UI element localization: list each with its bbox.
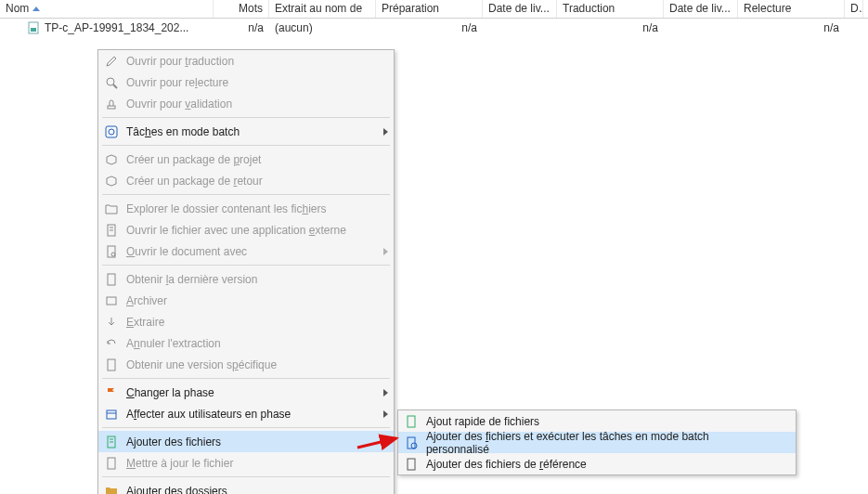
menu-batch-tasks[interactable]: Tâches en mode batch <box>98 121 394 142</box>
column-header: Nom Mots Extrait au nom de Préparation D… <box>0 0 868 19</box>
col-delivery2[interactable]: Date de liv... <box>664 0 738 18</box>
menu-add-files[interactable]: Ajouter des fichiers <box>98 431 394 452</box>
menu-extract[interactable]: Extraire <box>98 311 394 332</box>
menu-label: Obtenir la dernière version <box>126 273 257 286</box>
menu-separator <box>102 117 390 118</box>
chevron-right-icon <box>383 410 388 418</box>
menu-separator <box>102 265 390 266</box>
svg-point-2 <box>107 78 114 85</box>
menu-label: Ajouter des fichiers de référence <box>426 458 587 471</box>
menu-add-folders[interactable]: Ajouter des dossiers <box>98 480 394 494</box>
svg-rect-14 <box>108 359 115 370</box>
svg-rect-20 <box>108 458 115 469</box>
cell-translation: n/a <box>557 20 664 36</box>
menu-open-translation[interactable]: Ouvrir pour traduction <box>98 50 394 72</box>
cell-delivery2 <box>664 26 738 30</box>
magnifier-icon <box>102 75 121 90</box>
context-menu: Ouvrir pour traduction Ouvrir pour relec… <box>97 49 395 494</box>
menu-open-review[interactable]: Ouvrir pour relecture <box>98 72 394 93</box>
cell-preparation: n/a <box>376 20 483 36</box>
submenu-add-files: Ajout rapide de fichiers Ajouter des fic… <box>397 410 797 475</box>
menu-get-specific[interactable]: Obtenir une version spécifique <box>98 354 394 375</box>
quick-add-icon <box>402 414 421 429</box>
menu-separator <box>102 378 390 379</box>
menu-separator <box>102 427 390 428</box>
menu-label: Tâches en mode batch <box>126 125 240 138</box>
menu-label: Ouvrir pour relecture <box>126 76 228 89</box>
file-row[interactable]: TP-c_AP-19991_1834_202... n/a (aucun) n/… <box>0 19 868 37</box>
menu-explore-folder[interactable]: Explorer le dossier contenant les fichie… <box>98 198 394 219</box>
cell-filename: TP-c_AP-19991_1834_202... <box>0 20 214 36</box>
col-delivery1[interactable]: Date de liv... <box>483 0 557 18</box>
menu-label: Ouvrir pour validation <box>126 98 232 110</box>
menu-label: Obtenir une version spécifique <box>126 358 277 371</box>
menu-separator <box>102 194 390 195</box>
col-d[interactable]: D <box>845 0 863 18</box>
extract-icon <box>102 315 121 330</box>
file-batch-icon <box>402 436 421 450</box>
col-words[interactable]: Mots <box>214 0 269 18</box>
submenu-add-and-batch[interactable]: Ajouter des fichiers et exécuter les tâc… <box>398 432 796 453</box>
undo-extract-icon <box>102 336 121 351</box>
chevron-right-icon <box>383 128 388 136</box>
package-return-icon <box>102 174 121 188</box>
svg-rect-15 <box>107 410 116 419</box>
menu-open-validation[interactable]: Ouvrir pour validation <box>98 93 394 114</box>
batch-icon <box>102 124 121 139</box>
cell-words: n/a <box>214 20 269 36</box>
update-file-icon <box>102 456 121 471</box>
document-search-icon <box>102 244 121 259</box>
col-review[interactable]: Relecture <box>738 0 845 18</box>
menu-change-phase[interactable]: Changer la phase <box>98 382 394 403</box>
menu-separator <box>102 145 390 146</box>
chevron-right-icon <box>383 389 388 396</box>
menu-separator <box>102 476 390 477</box>
svg-rect-21 <box>408 416 415 427</box>
menu-label: Mettre à jour le fichier <box>126 457 233 470</box>
menu-open-with[interactable]: Ouvrir le document avec <box>98 240 394 262</box>
chevron-right-icon <box>383 438 388 446</box>
archive-icon <box>102 293 121 308</box>
svg-rect-5 <box>106 126 117 137</box>
menu-label: Ajouter des dossiers <box>126 485 227 495</box>
menu-label: Ouvrir le document avec <box>126 245 247 258</box>
filename-text: TP-c_AP-19991_1834_202... <box>45 21 188 34</box>
submenu-add-reference[interactable]: Ajouter des fichiers de référence <box>398 453 796 474</box>
menu-update-file[interactable]: Mettre à jour le fichier <box>98 452 394 474</box>
menu-label: Créer un package de projet <box>126 153 261 166</box>
menu-archive[interactable]: Archiver <box>98 290 394 311</box>
latest-version-icon <box>102 272 121 287</box>
menu-create-return-pkg[interactable]: Créer un package de retour <box>98 170 394 191</box>
menu-label: Ajouter des fichiers et exécuter les tâc… <box>426 430 773 456</box>
menu-label: Explorer le dossier contenant les fichie… <box>126 202 326 215</box>
file-reference-icon <box>402 457 421 472</box>
cell-review: n/a <box>738 20 845 36</box>
menu-label: Ouvrir le fichier avec une application e… <box>126 224 346 237</box>
col-translation[interactable]: Traduction <box>557 0 664 18</box>
menu-label: Ajout rapide de fichiers <box>426 415 539 428</box>
chevron-right-icon <box>383 248 388 255</box>
svg-line-3 <box>113 84 117 88</box>
menu-create-project-pkg[interactable]: Créer un package de projet <box>98 149 394 170</box>
folder-open-icon <box>102 202 121 216</box>
flag-icon <box>102 385 121 400</box>
menu-cancel-extract[interactable]: Annuler l'extraction <box>98 332 394 354</box>
file-icon <box>28 21 41 34</box>
col-preparation[interactable]: Préparation <box>376 0 483 18</box>
menu-label: Extraire <box>126 316 164 329</box>
menu-assign-phase[interactable]: Affecter aux utilisateurs en phase <box>98 403 394 424</box>
col-issued-to[interactable]: Extrait au nom de <box>269 0 376 18</box>
menu-get-latest[interactable]: Obtenir la dernière version <box>98 268 394 290</box>
svg-rect-4 <box>108 106 115 109</box>
menu-label: Affecter aux utilisateurs en phase <box>126 408 291 421</box>
svg-rect-24 <box>408 459 415 470</box>
document-icon <box>102 223 121 238</box>
menu-label: Annuler l'extraction <box>126 337 221 350</box>
folder-icon <box>102 484 121 495</box>
menu-open-external[interactable]: Ouvrir le fichier avec une application e… <box>98 219 394 240</box>
package-icon <box>102 152 121 167</box>
menu-label: Archiver <box>126 294 167 307</box>
svg-rect-13 <box>107 297 116 305</box>
svg-point-23 <box>411 443 417 448</box>
col-name[interactable]: Nom <box>0 0 214 18</box>
